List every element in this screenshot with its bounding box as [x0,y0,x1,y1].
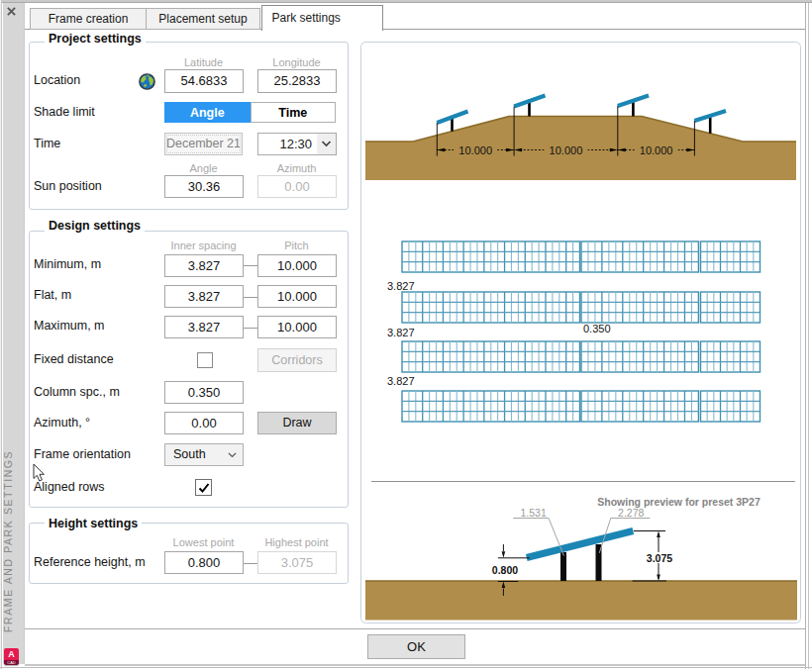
svg-text:10.000: 10.000 [458,144,492,156]
svg-text:3.075: 3.075 [647,552,672,564]
svg-text:1.531: 1.531 [520,507,546,519]
svg-text:3.827: 3.827 [387,375,415,387]
svg-text:Showing preview for preset 3P2: Showing preview for preset 3P27 [597,496,761,508]
svg-text:2.278: 2.278 [618,507,644,519]
svg-text:10.000: 10.000 [550,144,583,156]
svg-text:3.827: 3.827 [387,280,415,292]
svg-text:3.827: 3.827 [387,327,415,338]
svg-text:0.350: 0.350 [583,323,611,334]
svg-text:0.800: 0.800 [492,564,518,576]
svg-text:10.000: 10.000 [640,144,673,156]
